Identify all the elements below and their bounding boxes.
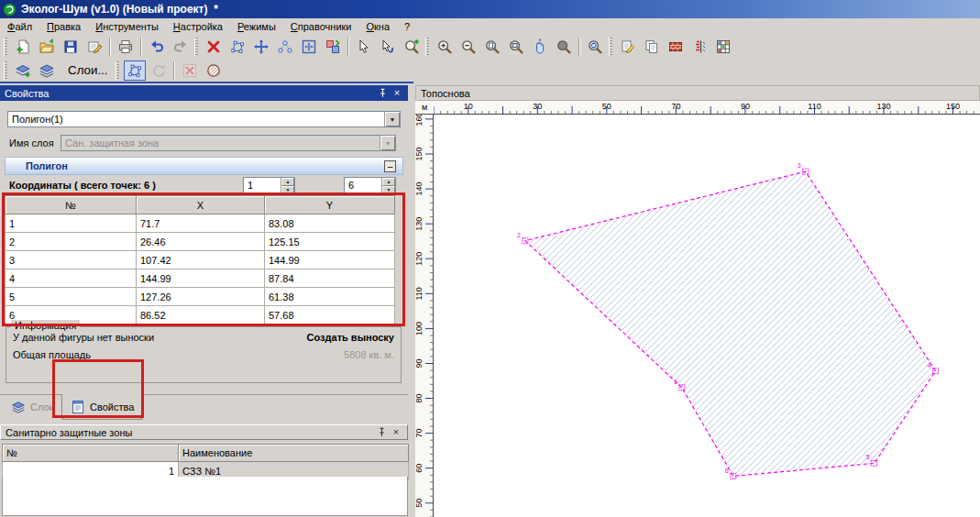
draw-polygon-button[interactable] — [124, 60, 146, 81]
pin-icon[interactable] — [376, 87, 389, 99]
coord-table-row[interactable]: 226.46125.15 — [6, 233, 395, 251]
coord-table-row[interactable]: 171.783.08 — [6, 214, 395, 233]
object-selector[interactable]: Полигон(1) — [7, 111, 401, 127]
point-from-value: 1 — [244, 178, 281, 193]
toolbar-grip[interactable] — [425, 38, 429, 56]
coord-cell[interactable]: 144.99 — [137, 270, 265, 288]
close-icon[interactable]: × — [391, 87, 403, 99]
coord-cell[interactable]: 144.99 — [265, 251, 395, 270]
chevron-down-icon[interactable] — [384, 112, 400, 126]
svg-text:30: 30 — [533, 102, 542, 111]
edit-polygon-button[interactable] — [226, 37, 248, 57]
toolbar-grip[interactable] — [4, 61, 7, 80]
zones-table[interactable]: №Наименование 1СЗЗ №1 — [2, 444, 409, 480]
edit-nodes-button[interactable] — [274, 37, 296, 57]
coord-table-row[interactable]: 5127.2661.38 — [6, 288, 395, 306]
coord-cell[interactable]: 3 — [6, 251, 137, 270]
svg-text:110: 110 — [808, 102, 820, 111]
redo-button[interactable] — [170, 37, 192, 57]
coord-cell[interactable]: 4 — [6, 270, 137, 288]
rotate-object-button[interactable] — [148, 60, 170, 81]
hatch-zone-button[interactable] — [203, 60, 225, 81]
coord-cell[interactable]: 125.15 — [265, 233, 395, 251]
open-project-button[interactable] — [36, 37, 58, 57]
move-object-button[interactable] — [250, 37, 272, 57]
zones-panel-title: Санитарно защитные зоны — [6, 427, 132, 438]
menu-item-4[interactable]: Режимы — [230, 19, 283, 34]
menu-item-3[interactable]: Настройка — [166, 19, 230, 34]
fit-view-button[interactable] — [298, 37, 320, 57]
coord-cell[interactable]: 5 — [6, 288, 137, 306]
point-to-stepper[interactable]: 6 ▲▼ — [344, 177, 396, 194]
tab-properties[interactable]: Свойства — [61, 394, 143, 420]
toolbar-grip[interactable] — [194, 38, 198, 56]
menu-item-2[interactable]: Инструменты — [88, 19, 166, 34]
menu-item-1[interactable]: Правка — [39, 19, 88, 34]
toolbar-grip[interactable] — [4, 38, 7, 56]
zoom-out-button[interactable] — [457, 37, 479, 57]
coord-cell[interactable]: 1 — [6, 214, 137, 233]
spin-up-icon[interactable]: ▲ — [382, 178, 395, 186]
save-project-button[interactable] — [60, 37, 82, 57]
coord-cell[interactable]: 107.42 — [137, 251, 265, 270]
undo-button[interactable] — [146, 37, 168, 57]
print-button[interactable] — [115, 37, 137, 57]
coord-table-row[interactable]: 3107.42144.99 — [6, 251, 395, 270]
calc-grid-button[interactable] — [712, 37, 734, 57]
coordinates-label: Координаты ( всего точек: 6 ) — [9, 180, 156, 191]
toolbar-grip[interactable] — [609, 38, 612, 56]
edit-project-button[interactable] — [83, 37, 105, 57]
spin-down-icon[interactable]: ▼ — [281, 186, 294, 194]
coord-cell[interactable]: 2 — [6, 233, 137, 251]
coord-cell[interactable]: 86.52 — [137, 306, 265, 324]
zoom-area-button[interactable] — [401, 37, 423, 57]
coord-table-row[interactable]: 4144.9987.84 — [6, 270, 395, 288]
pan-button[interactable] — [529, 37, 551, 57]
menu-item-0[interactable]: Файл — [0, 19, 39, 34]
menu-item-6[interactable]: Окна — [358, 19, 397, 34]
menu-item-5[interactable]: Справочники — [283, 19, 359, 34]
coord-cell[interactable]: 61.38 — [265, 288, 395, 306]
coord-cell[interactable]: 57.68 — [265, 306, 395, 324]
layers-button[interactable] — [36, 60, 58, 81]
toolbar-grip[interactable] — [116, 61, 119, 80]
zoom-window-button[interactable] — [553, 37, 575, 57]
new-project-button[interactable] — [12, 37, 34, 57]
coord-cell[interactable]: 71.7 — [137, 214, 265, 233]
copy-object-button[interactable] — [322, 37, 344, 57]
delete-zone-button[interactable] — [179, 60, 201, 81]
delete-object-button[interactable] — [203, 37, 225, 57]
create-callout-link[interactable]: Создать выноску — [307, 332, 394, 343]
zoom-page-button[interactable] — [481, 37, 503, 57]
collapse-section-button[interactable]: – — [384, 160, 396, 172]
point-from-stepper[interactable]: 1 ▲▼ — [243, 177, 295, 194]
select-button[interactable] — [353, 37, 375, 57]
calc-grid-icon — [715, 38, 732, 55]
coord-cell[interactable]: 87.84 — [265, 270, 395, 288]
coord-cell[interactable]: 127.26 — [137, 288, 265, 306]
move-object-icon — [253, 38, 270, 55]
coord-cell[interactable]: 83.08 — [265, 214, 395, 233]
refresh-view-button[interactable] — [584, 37, 606, 57]
map-canvas[interactable]: 123456 — [434, 115, 980, 517]
spin-down-icon[interactable]: ▼ — [382, 186, 395, 194]
zones-table-empty-area — [2, 477, 408, 516]
pin-icon[interactable] — [375, 426, 388, 438]
edit-project-icon — [86, 38, 103, 55]
barrier-wall-button[interactable] — [665, 37, 687, 57]
edit-layer-button[interactable] — [617, 37, 639, 57]
noise-line-button[interactable] — [688, 37, 710, 57]
tab-layers[interactable]: Слои — [3, 396, 63, 418]
coord-cell[interactable]: 26.46 — [137, 233, 265, 251]
zoom-in-button[interactable] — [434, 37, 456, 57]
close-icon[interactable]: × — [390, 426, 402, 438]
fit-view-icon — [301, 38, 317, 55]
layers-dialog-button[interactable]: Слои... — [60, 60, 113, 81]
select-object-button[interactable] — [377, 37, 399, 57]
copy-layer-button[interactable] — [641, 37, 663, 57]
spin-up-icon[interactable]: ▲ — [281, 178, 294, 186]
coordinates-table[interactable]: №XY 171.783.08226.46125.153107.42144.994… — [5, 195, 395, 324]
menu-item-7[interactable]: ? — [397, 19, 417, 34]
zoom-rect-button[interactable] — [505, 37, 527, 57]
add-layer-button[interactable] — [12, 60, 34, 81]
